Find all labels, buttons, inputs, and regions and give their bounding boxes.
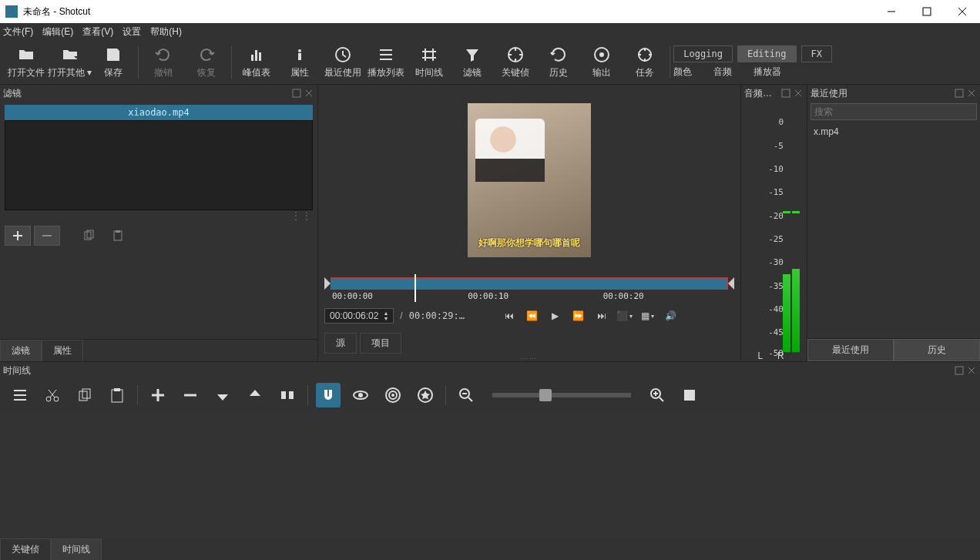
timeline-tracks[interactable] xyxy=(0,411,980,538)
play-button[interactable]: ▶ xyxy=(547,307,564,324)
fx-mode-button[interactable]: FX xyxy=(801,45,832,62)
append-button[interactable] xyxy=(146,383,170,407)
snap-button[interactable] xyxy=(316,383,341,407)
remove-filter-button[interactable] xyxy=(34,226,60,246)
menu-view[interactable]: 查看(V) xyxy=(82,25,113,39)
history-button[interactable]: 历史 xyxy=(537,42,580,83)
minimize-button[interactable] xyxy=(874,0,909,23)
undo-button[interactable]: 撤销 xyxy=(142,42,185,83)
paste-button[interactable] xyxy=(105,383,129,407)
close-panel-icon[interactable] xyxy=(966,88,977,99)
paste-filter-button[interactable] xyxy=(105,226,131,246)
timeline-button[interactable]: 时间线 xyxy=(408,42,451,83)
svg-rect-18 xyxy=(116,230,120,233)
close-panel-icon[interactable] xyxy=(966,365,977,376)
undock-icon[interactable] xyxy=(780,88,791,99)
timeline-toolbar xyxy=(0,379,980,411)
save-button[interactable]: 保存 xyxy=(92,42,135,83)
filters-panel-title: 滤镜 xyxy=(3,87,22,100)
menu-settings[interactable]: 设置 xyxy=(123,25,141,39)
close-panel-icon[interactable] xyxy=(304,88,314,99)
grid-dropdown[interactable]: ▦▾ xyxy=(639,307,656,324)
ripple-button[interactable] xyxy=(381,383,405,407)
zoom-dropdown[interactable]: ⬛▾ xyxy=(616,307,633,324)
copy-button[interactable] xyxy=(72,383,97,407)
main-toolbar: 打开文件 打开其他 ▾ 保存 撤销 恢复 峰值表 属性 最近使用 播放列表 时间… xyxy=(0,40,980,85)
color-mode-button[interactable]: 颜色 xyxy=(673,65,692,79)
properties-button[interactable]: 属性 xyxy=(278,42,321,83)
open-file-button[interactable]: 打开文件 xyxy=(5,42,48,83)
playlist-button[interactable]: 播放列表 xyxy=(364,42,408,83)
split-button[interactable] xyxy=(275,383,300,407)
recent-panel-title: 最近使用 xyxy=(811,87,847,100)
svg-point-12 xyxy=(599,52,604,57)
tc-down-icon[interactable]: ▼ xyxy=(383,316,388,321)
svg-rect-5 xyxy=(255,50,257,61)
svg-rect-4 xyxy=(251,55,253,61)
export-button[interactable]: 输出 xyxy=(580,42,623,83)
open-other-button[interactable]: 打开其他 ▾ xyxy=(48,42,92,83)
forward-button[interactable]: ⏩ xyxy=(570,307,587,324)
scrub-audio-button[interactable] xyxy=(348,383,373,407)
volume-button[interactable]: 🔊 xyxy=(663,307,680,324)
maximize-button[interactable] xyxy=(909,0,945,23)
undock-icon[interactable] xyxy=(954,365,965,376)
peak-meter-button[interactable]: 峰值表 xyxy=(235,42,278,83)
undock-icon[interactable] xyxy=(954,88,965,99)
editing-mode-button[interactable]: Editing xyxy=(737,45,797,62)
video-preview[interactable]: 好啊那你想学哪句哪首呢 xyxy=(468,103,591,257)
lift-button[interactable] xyxy=(210,383,235,407)
recent-item[interactable]: x.mp4 xyxy=(807,122,980,142)
scrub-bar[interactable]: 00:00:00 00:00:10 00:00:20 xyxy=(324,276,734,302)
timeline-panel: 时间线 关键侦 时间线 xyxy=(0,361,980,560)
current-timecode[interactable]: 00:00:06:02 ▲▼ xyxy=(324,308,394,324)
skip-start-button[interactable]: ⏮ xyxy=(501,307,518,324)
playhead[interactable] xyxy=(414,274,416,302)
undock-icon[interactable] xyxy=(291,88,302,99)
filters-list[interactable] xyxy=(5,120,313,210)
ripple-all-button[interactable] xyxy=(413,383,438,407)
tab-source[interactable]: 源 xyxy=(324,333,357,354)
channel-labels: L R xyxy=(741,350,807,361)
jobs-button[interactable]: 任务 xyxy=(623,42,666,83)
overwrite-button[interactable] xyxy=(243,383,267,407)
filters-button[interactable]: 滤镜 xyxy=(451,42,494,83)
out-point-icon[interactable] xyxy=(728,277,734,290)
remove-button[interactable] xyxy=(178,383,203,407)
scrub-time-label: 00:00:00 xyxy=(332,291,373,301)
recent-button[interactable]: 最近使用 xyxy=(321,42,364,83)
menubar: 文件(F) 编辑(E) 查看(V) 设置 帮助(H) xyxy=(0,23,980,40)
audio-mode-button[interactable]: 音频 xyxy=(713,65,732,79)
redo-button[interactable]: 恢复 xyxy=(185,42,228,83)
tab-properties[interactable]: 属性 xyxy=(42,340,83,361)
tab-recent[interactable]: 最近使用 xyxy=(807,339,894,361)
menu-help[interactable]: 帮助(H) xyxy=(150,25,182,39)
tab-project[interactable]: 项目 xyxy=(360,333,401,354)
menu-file[interactable]: 文件(F) xyxy=(3,25,33,39)
audio-meter-panel: 音频… 0 -5 -10 -15 -20 -25 -30 -35 -40 -45… xyxy=(740,85,807,361)
scrub-time-label: 00:00:10 xyxy=(468,291,508,301)
zoom-fit-button[interactable] xyxy=(677,383,702,407)
tab-keyframes-bottom[interactable]: 关键侦 xyxy=(0,538,51,560)
tab-timeline-bottom[interactable]: 时间线 xyxy=(51,538,102,560)
logging-mode-button[interactable]: Logging xyxy=(673,45,733,62)
skip-end-button[interactable]: ⏭ xyxy=(593,307,610,324)
player-mode-button[interactable]: 播放器 xyxy=(753,65,781,79)
zoom-out-button[interactable] xyxy=(454,383,478,407)
menu-edit[interactable]: 编辑(E) xyxy=(42,25,73,39)
rewind-button[interactable]: ⏪ xyxy=(524,307,541,324)
close-panel-icon[interactable] xyxy=(793,88,804,99)
keyframes-button[interactable]: 关键侦 xyxy=(494,42,537,83)
search-input[interactable] xyxy=(811,103,977,120)
copy-filter-button[interactable] xyxy=(76,226,102,246)
cut-button[interactable] xyxy=(40,383,65,407)
zoom-in-button[interactable] xyxy=(645,383,670,407)
zoom-slider[interactable] xyxy=(492,393,631,397)
close-button[interactable] xyxy=(945,0,980,23)
in-point-icon[interactable] xyxy=(324,277,331,290)
tab-filters[interactable]: 滤镜 xyxy=(0,340,42,361)
add-filter-button[interactable] xyxy=(5,226,31,246)
tc-up-icon[interactable]: ▲ xyxy=(383,310,388,316)
tab-history[interactable]: 历史 xyxy=(894,339,980,361)
timeline-menu-button[interactable] xyxy=(8,383,32,407)
